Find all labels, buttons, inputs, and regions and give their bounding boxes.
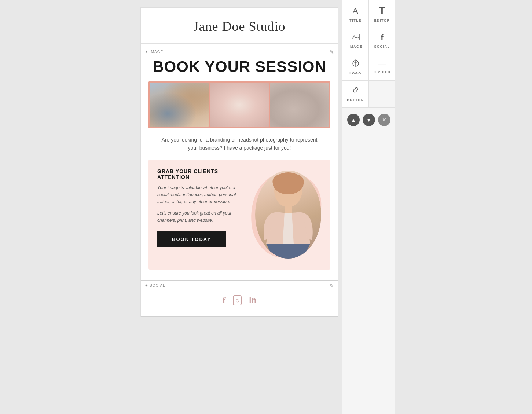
canvas-area: Jane Doe Studio ✦ IMAGE ✎ BOOK YOUR SESS… (137, 0, 342, 414)
sidebar-editor-label: EDITOR (374, 19, 390, 22)
social-fb-icon: f (381, 33, 383, 43)
sidebar-button-label: BUTTON (347, 98, 364, 102)
linkedin-icon[interactable]: in (249, 296, 256, 305)
studio-name: Jane Doe Studio (148, 19, 331, 34)
sidebar-item-button[interactable]: BUTTON (342, 81, 369, 107)
nav-buttons: ▲ ▼ ✕ (342, 108, 395, 132)
portrait-container (246, 167, 327, 262)
social-block: ✦ SOCIAL ✎ 𝐟 ○ in (141, 280, 338, 317)
image-block-edit[interactable]: ✎ (330, 49, 334, 55)
social-block-label: ✦ SOCIAL (145, 283, 165, 287)
email-template: Jane Doe Studio ✦ IMAGE ✎ BOOK YOUR SESS… (140, 7, 338, 317)
instagram-icon[interactable]: ○ (233, 295, 242, 305)
title-block: Jane Doe Studio (141, 8, 338, 44)
divider-icon: — (378, 61, 386, 68)
sidebar-grid: A TITLE T EDITOR IMAGE f SOCIAL (342, 0, 395, 108)
book-session-heading: BOOK YOUR SESSION (148, 58, 330, 76)
pink-card-paragraph1: Your image is valuable whether you're a … (157, 184, 247, 206)
sidebar-item-title[interactable]: A TITLE (342, 0, 369, 28)
image-block: ✦ IMAGE ✎ BOOK YOUR SESSION (141, 47, 338, 277)
nav-plus-button[interactable]: ✕ (378, 114, 390, 126)
pink-card-heading: GRAB YOUR CLIENTS ATTENTION (157, 168, 247, 180)
pink-card: GRAB YOUR CLIENTS ATTENTION Your image i… (148, 160, 330, 270)
social-icons: 𝐟 ○ in (148, 292, 330, 309)
person-svg (255, 171, 321, 259)
sidebar-image-label: IMAGE (349, 45, 362, 48)
book-today-button[interactable]: BOOK TODAY (157, 231, 226, 247)
photo-cell-3 (270, 83, 329, 127)
image-icon (352, 33, 360, 43)
sidebar-item-image[interactable]: IMAGE (342, 28, 369, 54)
portrait-photo (255, 171, 321, 259)
title-icon: A (352, 6, 359, 17)
nav-down-button[interactable]: ▼ (363, 114, 375, 126)
facebook-icon[interactable]: 𝐟 (223, 295, 225, 305)
pink-card-paragraph2: Let's ensure you look great on all your … (157, 210, 247, 224)
editor-icon: T (379, 5, 385, 17)
photo-cell-1 (150, 83, 209, 127)
photo-cell-2 (210, 83, 269, 127)
sidebar-item-social[interactable]: f SOCIAL (369, 28, 395, 54)
sidebar: A TITLE T EDITOR IMAGE f SOCIAL (342, 0, 395, 414)
sidebar-item-editor[interactable]: T EDITOR (369, 0, 395, 28)
left-spacer (0, 0, 137, 414)
image-block-content: BOOK YOUR SESSION Are you looking for a … (141, 47, 338, 277)
sidebar-item-divider[interactable]: — DIVIDER (369, 54, 395, 81)
sidebar-item-logo[interactable]: LOGO (342, 54, 369, 81)
photo-grid (148, 81, 330, 128)
description-text: Are you looking for a branding or headsh… (148, 136, 330, 152)
button-link-icon (352, 86, 360, 96)
nav-up-button[interactable]: ▲ (347, 114, 360, 126)
sidebar-social-label: SOCIAL (374, 45, 390, 48)
sidebar-divider-label: DIVIDER (373, 70, 390, 74)
image-block-label: ✦ IMAGE (145, 50, 163, 54)
sidebar-logo-label: LOGO (349, 72, 362, 75)
svg-rect-2 (285, 205, 292, 213)
logo-icon (352, 59, 359, 69)
social-block-edit[interactable]: ✎ (330, 283, 334, 289)
svg-rect-3 (352, 34, 359, 40)
sidebar-title-label: TITLE (349, 19, 362, 22)
pink-card-text: GRAB YOUR CLIENTS ATTENTION Your image i… (157, 168, 247, 247)
right-spacer (395, 0, 532, 414)
